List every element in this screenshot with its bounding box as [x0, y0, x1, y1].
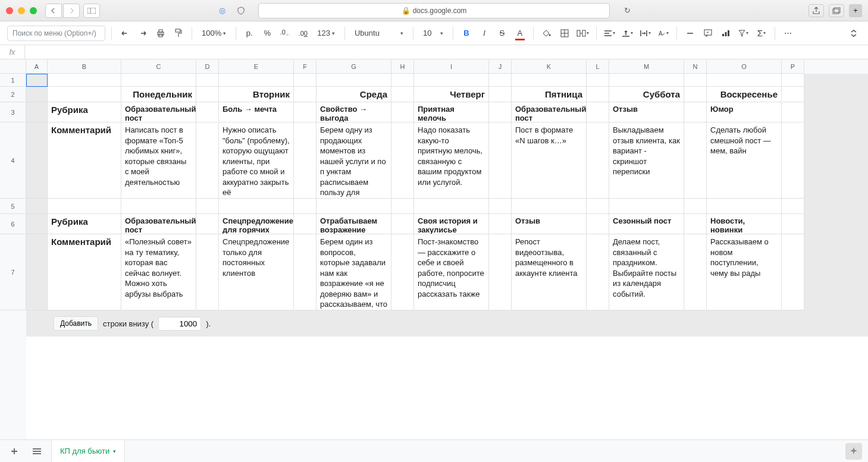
cell[interactable]: [489, 102, 512, 122]
day-header-thu[interactable]: Четверг: [414, 87, 489, 102]
text-color-button[interactable]: A: [513, 26, 527, 41]
column-header-I[interactable]: I: [414, 59, 489, 74]
privacy-icon[interactable]: ◎: [214, 4, 230, 17]
rubric-sat[interactable]: Отзыв: [609, 102, 684, 122]
borders-button[interactable]: [557, 26, 572, 41]
column-header-O[interactable]: O: [707, 59, 782, 74]
bold-button[interactable]: B: [459, 26, 474, 41]
day-header-wed[interactable]: Среда: [317, 87, 391, 102]
day-header-mon[interactable]: Понедельник: [121, 87, 196, 102]
redo-button[interactable]: [136, 26, 150, 41]
column-header-A[interactable]: A: [26, 59, 48, 74]
more-button[interactable]: ⋯: [781, 26, 795, 41]
rubric-label[interactable]: Рубрика: [48, 102, 121, 122]
cell-a1[interactable]: [26, 74, 48, 87]
vertical-align-button[interactable]: ▾: [621, 26, 635, 41]
zoom-select[interactable]: 100%▾: [198, 26, 230, 41]
cell[interactable]: [26, 122, 48, 199]
cell[interactable]: [196, 199, 219, 214]
fill-color-button[interactable]: [540, 26, 554, 41]
cell[interactable]: [782, 74, 804, 87]
cell[interactable]: [489, 74, 512, 87]
close-window-button[interactable]: [6, 7, 13, 14]
cell[interactable]: [684, 122, 707, 199]
font-size-select[interactable]: 10▾: [419, 26, 447, 41]
cell[interactable]: [587, 214, 609, 234]
column-header-E[interactable]: E: [219, 59, 294, 74]
back-button[interactable]: [45, 4, 62, 18]
reload-button[interactable]: ↻: [619, 4, 635, 17]
cell[interactable]: [26, 199, 48, 214]
cell[interactable]: [587, 122, 609, 199]
comment2-fri[interactable]: Репост видеоотзыва, размещенного в аккау…: [512, 234, 587, 310]
percent-button[interactable]: %: [260, 26, 274, 41]
text-rotation-button[interactable]: A▾: [656, 26, 670, 41]
forward-button[interactable]: [63, 4, 80, 18]
cell[interactable]: [782, 87, 804, 102]
cell[interactable]: [489, 199, 512, 214]
cell[interactable]: [196, 87, 219, 102]
cell[interactable]: [196, 122, 219, 199]
cell[interactable]: [684, 214, 707, 234]
rubric2-mon[interactable]: Образовательный пост: [121, 214, 196, 234]
select-all-corner[interactable]: [0, 59, 26, 74]
cell[interactable]: [609, 199, 684, 214]
cell[interactable]: [391, 74, 414, 87]
rubric-wed[interactable]: Свойство → выгода: [317, 102, 391, 122]
rubric2-wed[interactable]: Отрабатываем возражение: [317, 214, 391, 234]
filter-button[interactable]: ▾: [737, 26, 751, 41]
cell[interactable]: [512, 74, 587, 87]
tabs-button[interactable]: [829, 4, 844, 17]
cell[interactable]: [26, 102, 48, 122]
comment-tue[interactable]: Нужно описать "боль" (проблему), которую…: [219, 122, 294, 199]
column-header-H[interactable]: H: [391, 59, 414, 74]
cell[interactable]: [414, 199, 489, 214]
rubric-tue[interactable]: Боль → мечта: [219, 102, 294, 122]
functions-button[interactable]: Σ▾: [754, 26, 769, 41]
cell[interactable]: [684, 234, 707, 310]
increase-decimal-button[interactable]: .00: [296, 26, 310, 41]
cell[interactable]: [391, 102, 414, 122]
cell[interactable]: [294, 74, 317, 87]
column-header-D[interactable]: D: [196, 59, 219, 74]
font-select[interactable]: Ubuntu▾: [351, 26, 407, 41]
cell[interactable]: [26, 87, 48, 102]
new-tab-button[interactable]: +: [849, 4, 862, 17]
rubric2-sun[interactable]: Новости, новинки: [707, 214, 782, 234]
spreadsheet-grid[interactable]: ABCDEFGHIJKLMNOP ПонедельникВторникСреда…: [26, 59, 868, 439]
cell[interactable]: [782, 214, 804, 234]
cell[interactable]: [782, 122, 804, 199]
comment2-mon[interactable]: «Полезный совет» на ту тематику, которая…: [121, 234, 196, 310]
insert-chart-button[interactable]: [719, 26, 733, 41]
cell[interactable]: [782, 102, 804, 122]
cell[interactable]: [294, 234, 317, 310]
insert-comment-button[interactable]: +: [701, 26, 715, 41]
comment2-thu[interactable]: Пост-знакомство — расскажите о себе и св…: [414, 234, 489, 310]
cell[interactable]: [489, 234, 512, 310]
cell[interactable]: [707, 199, 782, 214]
cell[interactable]: [294, 199, 317, 214]
row-header-7[interactable]: 7: [0, 234, 26, 310]
decrease-decimal-button[interactable]: .0←: [278, 26, 292, 41]
row-header-2[interactable]: 2: [0, 87, 26, 102]
cell[interactable]: [782, 199, 804, 214]
rubric-sun[interactable]: Юмор: [707, 102, 782, 122]
cell[interactable]: [512, 199, 587, 214]
comment2-tue[interactable]: Спецпредложение только для постоянных кл…: [219, 234, 294, 310]
cell[interactable]: [684, 102, 707, 122]
cell[interactable]: [414, 74, 489, 87]
day-header-fri[interactable]: Пятница: [512, 87, 587, 102]
more-formats-select[interactable]: 123▾: [314, 26, 339, 41]
cell[interactable]: [26, 214, 48, 234]
collapse-toolbar-button[interactable]: [847, 26, 861, 41]
comment-fri[interactable]: Пост в формате «N шагов к…»: [512, 122, 587, 199]
text-wrap-button[interactable]: ▾: [638, 26, 653, 41]
comment2-sat[interactable]: Делаем пост, связанный с праздником. Выб…: [609, 234, 684, 310]
share-button[interactable]: [809, 4, 824, 17]
cell[interactable]: [489, 214, 512, 234]
cell[interactable]: [48, 74, 121, 87]
day-header-sun[interactable]: Воскресенье: [707, 87, 782, 102]
add-rows-button[interactable]: Добавить: [54, 316, 98, 331]
cell[interactable]: [587, 234, 609, 310]
comment-sat[interactable]: Выкладываем отзыв клиента, как вариант -…: [609, 122, 684, 199]
